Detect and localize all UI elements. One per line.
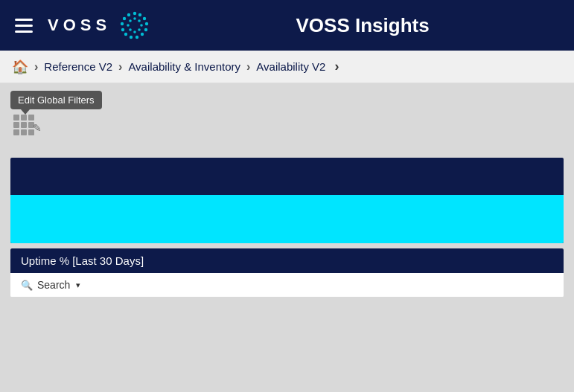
svg-point-3 — [145, 22, 148, 25]
svg-point-6 — [135, 36, 138, 39]
chart-card-2-header: Uptime % [Last 30 Days] — [10, 248, 564, 273]
search-dropdown-arrow[interactable]: ▾ — [76, 280, 80, 290]
svg-point-4 — [144, 28, 147, 31]
svg-point-19 — [127, 24, 130, 27]
app-title: VOSS Insights — [166, 14, 559, 37]
filter-button-area[interactable]: ✎ — [13, 115, 42, 135]
filter-icon-group: ✎ — [13, 115, 42, 135]
top-navbar: VOSS — [0, 0, 574, 51]
svg-point-7 — [130, 36, 133, 39]
svg-point-2 — [143, 17, 146, 20]
svg-point-17 — [133, 30, 136, 33]
svg-point-11 — [123, 17, 126, 20]
hamburger-line-2 — [15, 25, 33, 27]
svg-point-1 — [138, 13, 141, 16]
breadcrumb-sep-1: › — [34, 60, 38, 74]
svg-point-0 — [133, 12, 136, 15]
chart-search-row: 🔍 Search ▾ — [10, 273, 564, 297]
search-label[interactable]: Search — [37, 279, 70, 291]
breadcrumb-item-availability-v2[interactable]: Availability V2 — [256, 60, 325, 73]
home-icon[interactable]: 🏠 — [12, 59, 28, 75]
main-content: Edit Global Filters ✎ Uptime % [Last 30 … — [0, 83, 574, 392]
voss-logo-icon — [118, 9, 151, 42]
svg-point-9 — [121, 28, 124, 31]
svg-point-16 — [138, 28, 141, 31]
svg-point-13 — [133, 17, 136, 20]
voss-wordmark: VOSS — [48, 16, 111, 35]
grid-icon — [13, 115, 34, 135]
chart-card-1 — [10, 158, 564, 243]
svg-point-15 — [140, 24, 143, 27]
svg-point-18 — [129, 28, 132, 31]
svg-point-8 — [124, 33, 127, 36]
chart-cyan-bar — [10, 195, 564, 243]
chart-card-uptime: Uptime % [Last 30 Days] 🔍 Search ▾ — [10, 248, 564, 297]
svg-point-12 — [127, 13, 130, 16]
breadcrumb-sep-3: › — [246, 60, 250, 74]
breadcrumb-sep-2: › — [118, 60, 122, 74]
search-icon: 🔍 — [21, 280, 33, 291]
svg-point-20 — [129, 19, 132, 22]
breadcrumb-item-reference[interactable]: Reference V2 — [44, 60, 112, 73]
breadcrumb-overflow: › — [334, 59, 339, 74]
svg-point-10 — [121, 22, 124, 25]
svg-point-14 — [138, 19, 141, 22]
hamburger-line-3 — [15, 30, 33, 33]
edit-global-filters-tooltip: Edit Global Filters — [10, 91, 102, 109]
hamburger-line-1 — [15, 19, 33, 21]
svg-point-5 — [141, 33, 144, 36]
voss-logo-area: VOSS — [48, 9, 151, 42]
breadcrumb-bar: 🏠 › Reference V2 › Availability & Invent… — [0, 51, 574, 83]
breadcrumb-item-availability-inventory[interactable]: Availability & Inventory — [128, 60, 240, 73]
hamburger-menu-button[interactable] — [15, 19, 33, 33]
chart-card-2-title: Uptime % [Last 30 Days] — [21, 254, 144, 267]
